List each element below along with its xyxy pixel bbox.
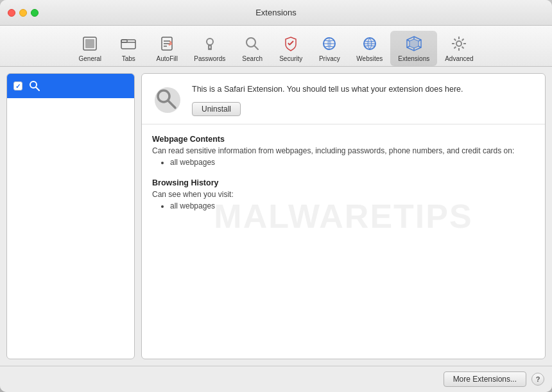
close-button[interactable] [8, 9, 15, 17]
toolbar-item-tabs[interactable]: Tabs [109, 31, 148, 66]
browsing-history-item: all webpages [170, 201, 535, 210]
webpage-contents-list: all webpages [152, 158, 535, 167]
traffic-lights [8, 9, 39, 17]
more-extensions-button[interactable]: More Extensions... [444, 371, 526, 387]
extensions-icon [404, 33, 424, 54]
uninstall-button[interactable]: Uninstall [192, 102, 241, 116]
toolbar: General Tabs [0, 26, 552, 67]
browsing-history-list: all webpages [152, 201, 535, 210]
toolbar-item-autofill[interactable]: AutoFill [148, 31, 186, 66]
websites-label: Websites [356, 55, 383, 62]
general-label: General [79, 55, 102, 62]
extensions-label: Extensions [398, 55, 429, 62]
advanced-label: Advanced [445, 55, 473, 62]
svg-point-21 [364, 38, 375, 49]
panel-body: Webpage Contents Can read sensitive info… [142, 124, 545, 359]
browsing-history-section: Browsing History Can see when you visit:… [152, 178, 535, 210]
toolbar-item-search[interactable]: Search [233, 31, 272, 66]
svg-line-37 [462, 39, 464, 41]
window-title: Extensions [255, 8, 297, 17]
webpage-contents-section: Webpage Contents Can read sensitive info… [152, 135, 535, 167]
search-label: Search [242, 55, 263, 62]
svg-line-36 [462, 47, 464, 49]
toolbar-items: General Tabs [64, 31, 487, 66]
svg-rect-2 [121, 40, 135, 49]
webpage-contents-desc: Can read sensitive information from webp… [152, 146, 535, 155]
toolbar-item-security[interactable]: Security [272, 31, 310, 66]
autofill-icon [157, 33, 177, 54]
title-bar: Extensions [0, 0, 552, 26]
general-icon [80, 33, 100, 54]
toolbar-item-advanced[interactable]: Advanced [437, 31, 481, 66]
extension-description: This is a Safari Extension. You should t… [192, 84, 535, 96]
toolbar-item-passwords[interactable]: Passwords [186, 31, 233, 66]
svg-marker-23 [410, 39, 418, 48]
extension-icon-large [152, 85, 183, 115]
checkmark-icon: ✓ [15, 83, 21, 90]
toolbar-item-extensions[interactable]: Extensions [390, 31, 437, 66]
browsing-history-desc: Can see when you visit: [152, 190, 535, 199]
privacy-icon [319, 33, 340, 54]
security-icon [280, 33, 301, 54]
svg-line-35 [454, 39, 456, 41]
websites-icon [359, 33, 380, 54]
svg-line-16 [289, 41, 293, 45]
browsing-history-title: Browsing History [152, 178, 535, 187]
svg-point-10 [207, 38, 213, 45]
svg-line-38 [454, 47, 456, 49]
svg-line-40 [36, 87, 39, 90]
passwords-icon [200, 33, 220, 54]
sidebar-item-search-ext[interactable]: ✓ [7, 74, 134, 98]
maximize-button[interactable] [31, 9, 39, 17]
bottom-bar: More Extensions... ? [0, 366, 552, 392]
privacy-label: Privacy [319, 55, 340, 62]
toolbar-item-general[interactable]: General [71, 31, 109, 66]
extension-enabled-checkbox[interactable]: ✓ [13, 81, 22, 90]
svg-line-14 [254, 46, 258, 49]
toolbar-item-privacy[interactable]: Privacy [310, 31, 349, 66]
advanced-icon [449, 33, 469, 54]
svg-point-30 [456, 41, 461, 46]
panel-header-info: This is a Safari Extension. You should t… [192, 84, 535, 116]
search-toolbar-icon [242, 33, 263, 54]
passwords-label: Passwords [194, 55, 225, 62]
main-content: ✓ MALWARETIPS [0, 67, 552, 366]
minimize-button[interactable] [19, 9, 27, 17]
webpage-contents-title: Webpage Contents [152, 135, 535, 144]
help-button[interactable]: ? [531, 373, 544, 386]
sidebar-extension-search-icon [28, 79, 42, 93]
security-label: Security [279, 55, 302, 62]
svg-rect-1 [85, 39, 94, 48]
toolbar-item-websites[interactable]: Websites [349, 31, 390, 66]
autofill-label: AutoFill [157, 55, 178, 62]
webpage-contents-item: all webpages [170, 158, 535, 167]
tabs-icon [118, 33, 139, 54]
panel-header: This is a Safari Extension. You should t… [142, 74, 545, 124]
tabs-label: Tabs [122, 55, 135, 62]
safari-preferences-window: Extensions General [0, 0, 552, 392]
extension-detail-panel: MALWARETIPS This is a Safari Extension. … [141, 73, 546, 359]
extensions-sidebar: ✓ [6, 73, 135, 359]
